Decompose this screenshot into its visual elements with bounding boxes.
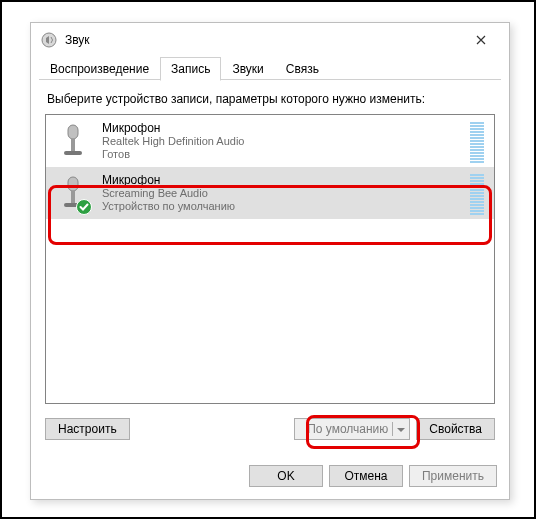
- device-name: Микрофон: [102, 173, 464, 187]
- device-driver: Screaming Bee Audio: [102, 187, 464, 200]
- sound-dialog: Звук Воспроизведение Запись Звуки Связь …: [30, 22, 510, 500]
- window-title: Звук: [65, 33, 463, 47]
- device-info: Микрофон Screaming Bee Audio Устройство …: [102, 173, 464, 213]
- titlebar: Звук: [31, 23, 509, 57]
- level-meter: [470, 119, 484, 163]
- tab-playback[interactable]: Воспроизведение: [39, 57, 160, 80]
- svg-rect-2: [71, 139, 75, 151]
- tab-recording[interactable]: Запись: [160, 57, 221, 81]
- device-name: Микрофон: [102, 121, 464, 135]
- svg-rect-5: [71, 191, 75, 203]
- instruction-text: Выберите устройство записи, параметры ко…: [47, 92, 495, 106]
- cancel-button[interactable]: Отмена: [329, 465, 403, 487]
- svg-rect-4: [68, 177, 78, 191]
- microphone-icon: [56, 121, 90, 161]
- tab-communication[interactable]: Связь: [275, 57, 330, 80]
- tab-sounds[interactable]: Звуки: [221, 57, 274, 80]
- apply-button[interactable]: Применить: [409, 465, 497, 487]
- properties-button[interactable]: Свойства: [416, 418, 495, 440]
- svg-rect-3: [64, 151, 82, 155]
- ok-button[interactable]: OK: [249, 465, 323, 487]
- set-default-button[interactable]: По умолчанию: [294, 418, 410, 440]
- default-check-icon: [76, 199, 92, 215]
- close-button[interactable]: [463, 26, 499, 54]
- tab-content: Выберите устройство записи, параметры ко…: [31, 80, 509, 450]
- sound-icon: [41, 32, 57, 48]
- device-row[interactable]: Микрофон Screaming Bee Audio Устройство …: [46, 167, 494, 219]
- device-driver: Realtek High Definition Audio: [102, 135, 464, 148]
- device-row[interactable]: Микрофон Realtek High Definition Audio Г…: [46, 115, 494, 167]
- chevron-down-icon: [392, 422, 405, 436]
- device-info: Микрофон Realtek High Definition Audio Г…: [102, 121, 464, 161]
- level-meter: [470, 171, 484, 215]
- configure-button[interactable]: Настроить: [45, 418, 130, 440]
- device-buttons: Настроить По умолчанию Свойства: [45, 418, 495, 440]
- tab-strip: Воспроизведение Запись Звуки Связь: [31, 57, 509, 80]
- device-list[interactable]: Микрофон Realtek High Definition Audio Г…: [45, 114, 495, 404]
- svg-rect-1: [68, 125, 78, 139]
- microphone-icon: [56, 173, 90, 213]
- dialog-footer: OK Отмена Применить: [249, 465, 497, 487]
- device-status: Готов: [102, 148, 464, 161]
- device-status: Устройство по умолчанию: [102, 200, 464, 213]
